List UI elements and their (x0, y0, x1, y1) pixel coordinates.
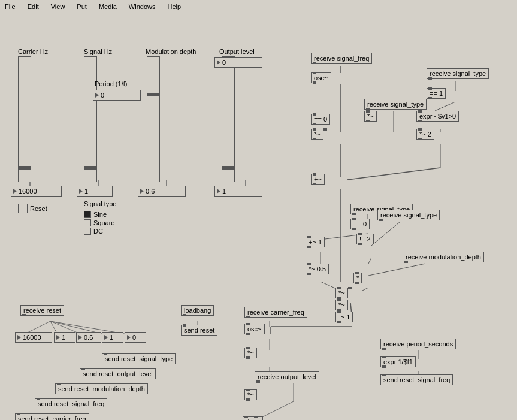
signal-type-group: Sine Square DC (84, 211, 114, 236)
star-tilde2-top-box[interactable]: *~ 2 (416, 129, 434, 140)
carrier-numbox[interactable]: 16000 (11, 186, 62, 197)
bottom-numbox-4[interactable]: 1 (102, 332, 123, 343)
eq1-box[interactable]: == 1 (427, 88, 446, 99)
star-tilde-05-box[interactable]: *~ 0.5 (306, 264, 329, 274)
menu-media[interactable]: Media (96, 2, 119, 11)
svg-line-21 (435, 102, 455, 111)
star-tilde4-box[interactable]: *~ (244, 389, 257, 400)
sine-label: Sine (93, 211, 107, 218)
send-reset-carrier-freq-box[interactable]: send reset_carrier_freq (15, 413, 89, 420)
menu-file[interactable]: File (2, 2, 18, 11)
signal-hz-label: Signal Hz (84, 48, 112, 55)
receive-mod-depth-box[interactable]: receive modulation_depth (403, 252, 484, 262)
output-numbox-top[interactable]: 0 (214, 57, 262, 68)
osc-tilde2-box[interactable]: osc~ (244, 324, 265, 334)
period-label: Period (1/f) (95, 80, 127, 87)
osc-tilde1-box[interactable]: osc~ (311, 72, 331, 83)
svg-line-31 (368, 264, 425, 276)
receive-period-seconds-box[interactable]: receive period_seconds (380, 339, 456, 349)
expr-v1-box[interactable]: expr~ $v1>0 (416, 111, 459, 122)
menu-help[interactable]: Help (165, 2, 183, 11)
star-tilde1-box[interactable]: *~ (311, 129, 323, 140)
dac-tilde-box[interactable]: dac~ (243, 416, 263, 420)
svg-line-25 (347, 168, 440, 180)
output-numbox-bottom[interactable]: 1 (214, 186, 262, 197)
signal-numbox[interactable]: 1 (77, 186, 113, 197)
send-reset-signal-type-box[interactable]: send reset_signal_type (102, 353, 176, 364)
receive-output-level-box[interactable]: receive output_level (255, 371, 319, 382)
plus-tilde1-box[interactable]: +~ (311, 174, 325, 185)
send-reset-signal-freq-box[interactable]: send reset_signal_freq (35, 398, 107, 409)
dc-radio[interactable] (84, 228, 91, 235)
svg-line-33 (368, 258, 371, 264)
bottom-numbox-5[interactable]: 0 (125, 332, 146, 343)
dc-option[interactable]: DC (84, 228, 114, 235)
output-label: Output level (219, 48, 255, 55)
reset-label: Reset (30, 205, 47, 212)
dc-label: DC (93, 228, 103, 235)
send-reset-modulation-box[interactable]: send reset_modulation_depth (55, 383, 148, 394)
sine-radio[interactable] (84, 211, 91, 218)
signal-type-label: Signal type (84, 200, 116, 207)
receive-reset-box[interactable]: receive reset (20, 305, 64, 316)
plus-tilde1-1-box[interactable]: +~ 1 (306, 237, 325, 247)
star1-box[interactable]: * (353, 273, 362, 283)
star-tilde-main-box[interactable]: *~ (335, 300, 348, 310)
eq0-2-box[interactable]: == 0 (350, 219, 370, 229)
square-label: Square (93, 219, 114, 226)
sine-option[interactable]: Sine (84, 211, 114, 218)
eq0-1-box[interactable]: == 0 (311, 114, 330, 125)
receive-carrier-freq-box[interactable]: receive carrier_freq (244, 307, 307, 318)
svg-line-28 (371, 222, 400, 246)
receive-signal-freq-box[interactable]: receive signal_freq (311, 53, 372, 64)
menu-view[interactable]: View (49, 2, 68, 11)
bottom-numbox-1[interactable]: 16000 (15, 332, 52, 343)
expr-1f1-box[interactable]: expr 1/$f1 (380, 356, 416, 367)
menu-windows[interactable]: Windows (126, 2, 158, 11)
carrier-hz-label: Carrier Hz (18, 48, 48, 55)
menubar: File Edit View Put Media Windows Help (0, 0, 517, 13)
carrier-slider[interactable] (18, 56, 31, 182)
period-slider[interactable] (147, 56, 160, 182)
neq2-box[interactable]: != 2 (356, 234, 374, 244)
canvas: Carrier Hz 16000 Signal Hz 1 Period (1/f… (0, 13, 517, 420)
send-reset-output-level-box[interactable]: send reset_output_level (80, 368, 156, 379)
receive-signal-type3-box[interactable]: receive signal_type (377, 210, 440, 220)
svg-line-32 (362, 288, 368, 291)
menu-edit[interactable]: Edit (25, 2, 41, 11)
star-tilde2-box[interactable]: *~ (335, 288, 348, 298)
receive-signal-type-top-box[interactable]: receive signal_type (427, 68, 489, 79)
star-tilde-top-box[interactable]: *~ (364, 111, 377, 122)
receive-signal-type1-box[interactable]: receive signal_type (364, 99, 427, 110)
square-radio[interactable] (84, 219, 91, 226)
star-tilde3-box[interactable]: *~ (244, 348, 257, 358)
modulation-label: Modulation depth (146, 48, 196, 55)
reset-toggle[interactable] (18, 204, 28, 213)
signal-slider[interactable] (84, 56, 97, 182)
bottom-numbox-2[interactable]: 1 (54, 332, 75, 343)
send-reset-box[interactable]: send reset (181, 325, 217, 336)
minus-tilde1-box[interactable]: -~ 1 (335, 312, 353, 322)
mod-numbox[interactable]: 0.6 (138, 186, 186, 197)
svg-line-14 (270, 401, 294, 413)
bottom-numbox-3[interactable]: 0.6 (76, 332, 101, 343)
output-slider[interactable] (222, 56, 235, 182)
loadbang-box[interactable]: loadbang (181, 305, 214, 316)
send-reset-signal-freq2-box[interactable]: send reset_signal_freq (380, 374, 453, 385)
period-numbox-top[interactable]: 0 (93, 90, 141, 101)
square-option[interactable]: Square (84, 219, 114, 226)
menu-put[interactable]: Put (74, 2, 89, 11)
